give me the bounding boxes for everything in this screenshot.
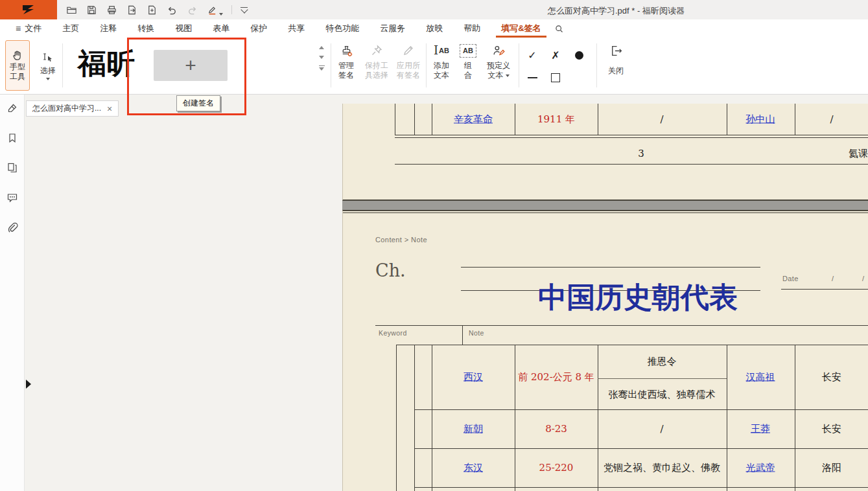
add-text-icon: IAB <box>434 41 449 60</box>
undo-icon[interactable] <box>166 4 178 16</box>
combine-icon: AB <box>460 41 476 60</box>
document-area: 怎么面对高中学习... × 辛亥革命 1911 年 / 孙中山 / 3 氦课 C… <box>25 95 868 491</box>
hand-tool-label-1: 手型 <box>10 62 25 72</box>
chapter-label: Ch. <box>375 260 406 280</box>
nav-panel-expand-handle[interactable] <box>26 380 31 389</box>
menu-file-label: 文件 <box>25 23 41 34</box>
page-gap <box>342 201 868 210</box>
menu-file[interactable]: ≡文件 <box>5 19 52 38</box>
menu-share[interactable]: 共享 <box>277 19 315 38</box>
menu-present[interactable]: 放映 <box>416 19 453 38</box>
hand-tool-button[interactable]: 手型 工具 <box>5 40 30 91</box>
save-icon[interactable] <box>86 4 97 16</box>
menu-features[interactable]: 特色功能 <box>315 19 369 38</box>
doc-text: 25-220 <box>539 462 574 474</box>
eraser-icon[interactable] <box>6 102 18 114</box>
keyword-label: Keyword <box>379 329 407 337</box>
doc-text: / <box>830 113 833 125</box>
open-folder-icon[interactable] <box>65 4 77 16</box>
navigation-rail <box>0 95 25 491</box>
stamp-check-button[interactable]: ✓ <box>522 45 542 65</box>
select-icon <box>41 51 54 64</box>
manage-signatures-button[interactable]: 管理签名 <box>333 41 359 89</box>
add-text-button[interactable]: IAB 添加文本 <box>428 41 455 89</box>
doc-link[interactable]: 汉高祖 <box>746 371 775 383</box>
menu-cloud[interactable]: 云服务 <box>369 19 416 38</box>
ribbon-separator <box>519 43 519 87</box>
document-tab[interactable]: 怎么面对高中学习... × <box>26 100 119 117</box>
gallery-scroll-up-icon[interactable] <box>319 46 324 49</box>
manage-signatures-icon <box>340 41 353 60</box>
pen-tool-button[interactable] <box>206 4 223 16</box>
doc-text: 氦课 <box>849 148 868 160</box>
document-heading: 中国历史朝代表 <box>505 279 771 317</box>
redo-icon[interactable] <box>186 4 198 16</box>
page-thumbnails-icon[interactable] <box>6 162 18 174</box>
date-slash: / <box>862 275 864 282</box>
line-icon <box>528 77 537 78</box>
select-tool-label: 选择 <box>40 65 56 76</box>
create-signature-tooltip: 创建签名 <box>176 95 220 111</box>
select-tool-caret-icon <box>46 78 50 80</box>
menu-view[interactable]: 视图 <box>165 19 202 38</box>
stamp-cross-button[interactable]: ✗ <box>546 45 565 65</box>
export-document-icon[interactable] <box>126 4 137 16</box>
menu-protect[interactable]: 保护 <box>240 19 277 38</box>
doc-link[interactable]: 光武帝 <box>746 462 775 474</box>
page-number: 3 <box>638 148 644 159</box>
print-icon[interactable] <box>106 4 117 16</box>
foxit-logo-icon <box>21 4 36 16</box>
check-icon: ✓ <box>528 49 536 62</box>
search-icon[interactable] <box>554 24 564 34</box>
menu-help[interactable]: 帮助 <box>453 19 491 38</box>
doc-text: 长安 <box>822 371 841 383</box>
doc-text: 党锢之祸、黄巾起义、佛教 <box>604 462 720 474</box>
attachments-icon[interactable] <box>6 222 18 233</box>
title-bar: 怎么面对高中学习.pdf * - 福昕阅读器 <box>0 0 868 19</box>
date-label: Date <box>782 275 799 282</box>
doc-link[interactable]: 孙中山 <box>746 113 775 126</box>
ribbon-separator <box>596 43 597 87</box>
doc-text: 长安 <box>822 423 841 435</box>
apply-all-signatures-button[interactable]: 应用所有签名 <box>393 41 424 89</box>
comments-icon[interactable] <box>6 192 18 203</box>
doc-text: / <box>660 113 663 125</box>
menu-bar: ≡文件 主页 注释 转换 视图 表单 保护 共享 特色功能 云服务 放映 帮助 … <box>0 19 868 38</box>
menu-convert[interactable]: 转换 <box>127 19 165 38</box>
pen-icon <box>402 41 415 60</box>
bookmark-icon[interactable] <box>6 132 18 144</box>
doc-link[interactable]: 东汉 <box>463 462 483 474</box>
quick-access-toolbar <box>65 4 248 16</box>
customize-toolbar-icon[interactable] <box>240 7 248 12</box>
close-fill-sign-button[interactable]: 关闭 <box>600 41 631 89</box>
tab-close-icon[interactable]: × <box>107 105 112 113</box>
select-tool-button[interactable]: 选择 <box>35 40 61 91</box>
doc-link[interactable]: 王莽 <box>751 423 770 435</box>
stamp-square-button[interactable] <box>546 68 565 87</box>
menu-fill-sign[interactable]: 填写&签名 <box>491 19 551 38</box>
menu-home[interactable]: 主页 <box>52 19 89 38</box>
menu-comment[interactable]: 注释 <box>89 19 127 38</box>
document-tab-label: 怎么面对高中学习... <box>32 103 101 114</box>
toolbar-divider <box>231 5 232 14</box>
gallery-scroll-down-icon[interactable] <box>319 56 324 59</box>
ribbon-separator <box>331 43 331 87</box>
doc-text: 张骞出使西域、独尊儒术 <box>609 389 716 401</box>
gallery-more-icon[interactable] <box>319 65 325 71</box>
doc-link[interactable]: 新朝 <box>463 423 483 435</box>
note-breadcrumb: Content > Note <box>375 236 427 244</box>
stamp-dot-button[interactable] <box>569 45 589 65</box>
doc-link[interactable]: 辛亥革命 <box>454 113 493 126</box>
create-document-icon[interactable] <box>146 4 158 16</box>
predefined-text-button[interactable]: 预定义 文本 <box>481 41 516 89</box>
doc-text: 8-23 <box>545 423 567 435</box>
hamburger-icon: ≡ <box>16 23 21 34</box>
menu-form[interactable]: 表单 <box>202 19 240 38</box>
stamp-line-button[interactable] <box>522 68 542 87</box>
doc-link[interactable]: 西汉 <box>463 371 483 383</box>
foxit-logo <box>0 0 57 19</box>
hand-icon <box>11 49 24 62</box>
keep-tool-selected-button[interactable]: 保持工具选择 <box>361 41 392 89</box>
combine-button[interactable]: AB 组合 <box>456 41 480 89</box>
doc-text: 洛阳 <box>822 462 841 474</box>
